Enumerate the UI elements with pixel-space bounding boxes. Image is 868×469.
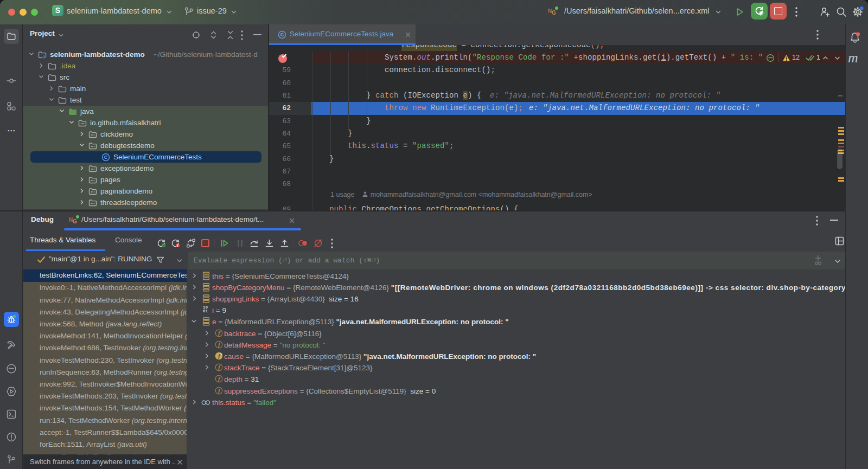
svg-text:f: f	[218, 342, 221, 348]
svg-text:f: f	[218, 388, 221, 394]
svg-text:f: f	[218, 330, 221, 336]
svg-text:C: C	[280, 32, 284, 37]
svg-text:C: C	[104, 155, 108, 160]
svg-text:f: f	[218, 376, 221, 382]
svg-text:f: f	[218, 364, 221, 370]
